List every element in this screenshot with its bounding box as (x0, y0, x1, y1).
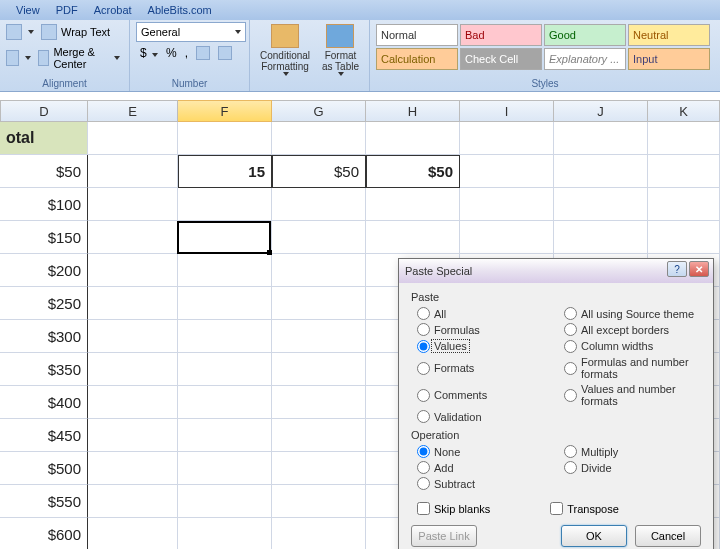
cell[interactable] (366, 122, 460, 155)
indent-icon[interactable] (6, 50, 19, 66)
radio-except-borders[interactable]: All except borders (564, 323, 701, 336)
cell[interactable] (648, 221, 720, 254)
style-input[interactable]: Input (628, 48, 710, 70)
cell[interactable] (460, 122, 554, 155)
cell-D[interactable]: $150 (0, 221, 88, 254)
style-neutral[interactable]: Neutral (628, 24, 710, 46)
radio-values-number[interactable]: Values and number formats (564, 383, 701, 407)
radio-column-widths[interactable]: Column widths (564, 339, 701, 353)
cell[interactable] (178, 419, 272, 452)
style-calculation[interactable]: Calculation (376, 48, 458, 70)
cell[interactable] (648, 188, 720, 221)
radio-source-theme[interactable]: All using Source theme (564, 307, 701, 320)
cell-D[interactable]: $250 (0, 287, 88, 320)
cell-D[interactable]: $100 (0, 188, 88, 221)
radio-all[interactable]: All (417, 307, 554, 320)
cell[interactable] (178, 221, 272, 254)
cell-D[interactable]: $200 (0, 254, 88, 287)
cell[interactable] (366, 221, 460, 254)
cancel-button[interactable]: Cancel (635, 525, 701, 547)
style-good[interactable]: Good (544, 24, 626, 46)
cell[interactable] (178, 287, 272, 320)
cell[interactable] (460, 155, 554, 188)
increase-decimal-icon[interactable] (196, 46, 210, 60)
menu-acrobat[interactable]: Acrobat (86, 4, 140, 16)
decrease-decimal-icon[interactable] (218, 46, 232, 60)
cell-D[interactable]: $50 (0, 155, 88, 188)
cell-D[interactable]: $300 (0, 320, 88, 353)
cell-D[interactable]: $450 (0, 419, 88, 452)
cell[interactable] (460, 221, 554, 254)
cell[interactable] (178, 485, 272, 518)
currency-button[interactable]: $ (140, 46, 158, 60)
cell[interactable] (272, 188, 366, 221)
cell-D[interactable]: $550 (0, 485, 88, 518)
col-header-J[interactable]: J (554, 100, 648, 122)
close-button[interactable]: ✕ (689, 261, 709, 277)
radio-validation[interactable]: Validation (417, 410, 554, 423)
cell[interactable] (648, 122, 720, 155)
cell[interactable] (178, 188, 272, 221)
cell[interactable] (178, 518, 272, 549)
style-bad[interactable]: Bad (460, 24, 542, 46)
col-header-F[interactable]: F (178, 100, 272, 122)
cell[interactable] (88, 188, 178, 221)
orientation-icon[interactable] (6, 24, 22, 40)
cell[interactable] (554, 221, 648, 254)
cell[interactable] (272, 419, 366, 452)
cell[interactable] (88, 419, 178, 452)
radio-values[interactable]: Values (417, 339, 554, 353)
cell[interactable] (178, 320, 272, 353)
cell[interactable] (88, 221, 178, 254)
col-header-I[interactable]: I (460, 100, 554, 122)
col-header-D[interactable]: D (0, 100, 88, 122)
cell-D[interactable]: $500 (0, 452, 88, 485)
cell[interactable] (272, 353, 366, 386)
cell[interactable] (272, 386, 366, 419)
cell[interactable] (88, 485, 178, 518)
ok-button[interactable]: OK (561, 525, 627, 547)
cell[interactable] (272, 221, 366, 254)
cell-D-header[interactable]: otal (0, 122, 88, 155)
cell[interactable] (88, 320, 178, 353)
style-check-cell[interactable]: Check Cell (460, 48, 542, 70)
cell[interactable] (272, 122, 366, 155)
menu-view[interactable]: View (8, 4, 48, 16)
cell[interactable] (88, 386, 178, 419)
cell-D[interactable]: $600 (0, 518, 88, 549)
radio-add[interactable]: Add (417, 461, 554, 474)
cell[interactable] (88, 155, 178, 188)
merge-center-button[interactable]: Merge & Center (35, 44, 123, 72)
comma-button[interactable]: , (185, 46, 188, 60)
checkbox-transpose[interactable]: Transpose (550, 502, 619, 515)
radio-formats[interactable]: Formats (417, 356, 554, 380)
cell-F[interactable]: 15 (178, 155, 272, 188)
cell[interactable] (178, 254, 272, 287)
cell[interactable] (88, 287, 178, 320)
cell[interactable] (178, 452, 272, 485)
cell[interactable] (272, 518, 366, 549)
cell[interactable] (272, 320, 366, 353)
radio-formulas-number[interactable]: Formulas and number formats (564, 356, 701, 380)
style-normal[interactable]: Normal (376, 24, 458, 46)
help-button[interactable]: ? (667, 261, 687, 277)
radio-subtract[interactable]: Subtract (417, 477, 554, 490)
checkbox-skip-blanks[interactable]: Skip blanks (417, 502, 490, 515)
col-header-E[interactable]: E (88, 100, 178, 122)
cell[interactable] (88, 122, 178, 155)
radio-none[interactable]: None (417, 445, 554, 458)
cell[interactable] (178, 386, 272, 419)
radio-comments[interactable]: Comments (417, 383, 554, 407)
menu-pdf[interactable]: PDF (48, 4, 86, 16)
cell[interactable] (460, 188, 554, 221)
cell-D[interactable]: $350 (0, 353, 88, 386)
cell[interactable] (272, 452, 366, 485)
wrap-text-button[interactable]: Wrap Text (38, 22, 113, 42)
dialog-titlebar[interactable]: Paste Special ? ✕ (399, 259, 713, 283)
radio-multiply[interactable]: Multiply (564, 445, 701, 458)
format-as-table-button[interactable]: Format as Table (318, 22, 363, 91)
radio-divide[interactable]: Divide (564, 461, 701, 474)
cell[interactable] (178, 122, 272, 155)
cell-D[interactable]: $400 (0, 386, 88, 419)
style-explanatory[interactable]: Explanatory ... (544, 48, 626, 70)
